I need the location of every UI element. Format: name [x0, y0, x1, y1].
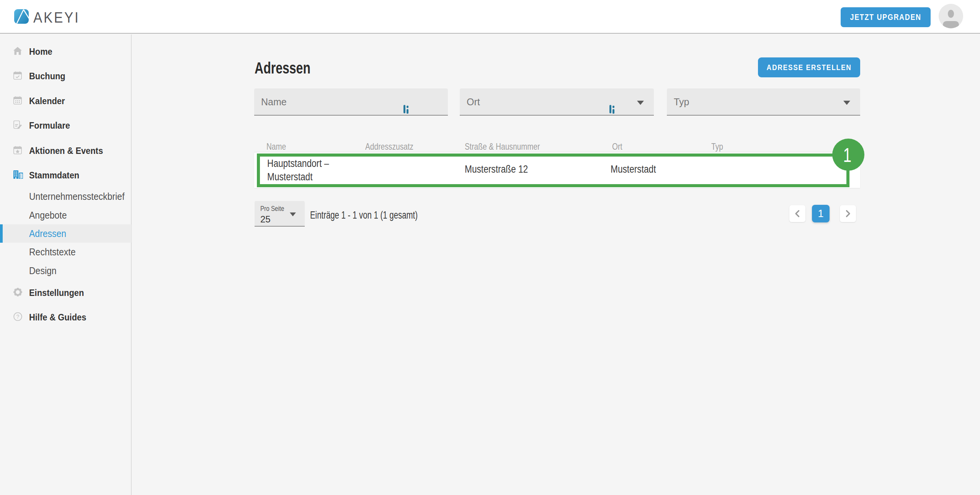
svg-text:?: ? [16, 314, 20, 320]
